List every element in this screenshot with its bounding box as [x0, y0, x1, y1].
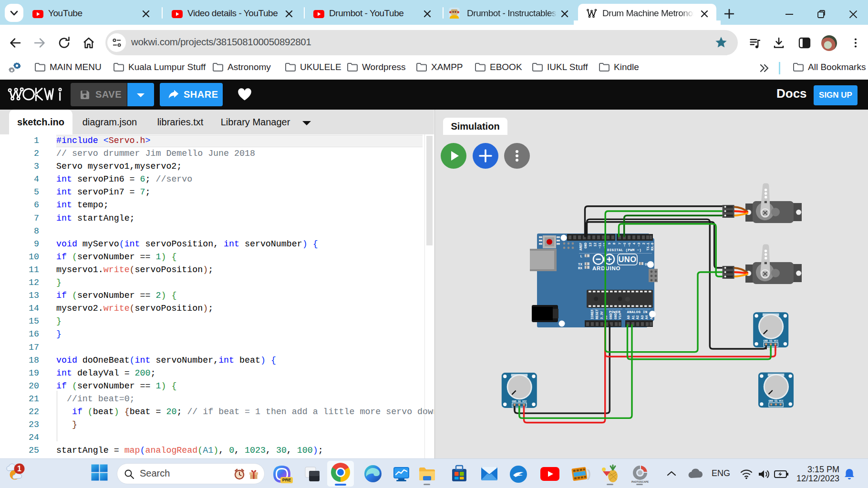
svg-text:8: 8 — [612, 243, 616, 244]
svg-text:PHOTOSCAPE: PHOTOSCAPE — [631, 480, 649, 483]
svg-text:ANALOG IN: ANALOG IN — [627, 310, 647, 314]
svg-text:13: 13 — [589, 243, 592, 246]
svg-text:Vin: Vin — [618, 313, 622, 319]
svg-text:3.3V: 3.3V — [600, 311, 604, 319]
svg-text:AREF: AREF — [579, 243, 583, 251]
svg-text:A2: A2 — [636, 315, 640, 319]
svg-text:4: 4 — [632, 243, 636, 244]
svg-text:~6: ~6 — [623, 243, 627, 246]
svg-text:RX: RX — [578, 266, 583, 270]
svg-text:1: 1 — [17, 465, 21, 473]
svg-text:RX←0: RX←0 — [651, 243, 654, 251]
svg-text:GND: GND — [609, 313, 613, 319]
svg-text:12: 12 — [593, 243, 597, 246]
svg-text:9: 9 — [608, 243, 611, 244]
svg-text:UNO: UNO — [618, 255, 636, 264]
svg-text:2: 2 — [642, 243, 646, 244]
svg-text:A5: A5 — [650, 315, 653, 319]
svg-text:A1: A1 — [631, 315, 635, 319]
svg-text:TX→1: TX→1 — [646, 243, 650, 251]
svg-text:A0: A0 — [627, 315, 630, 319]
svg-text:ON: ON — [645, 263, 649, 266]
svg-text:~11: ~11 — [598, 243, 602, 249]
svg-text:GND SG VCC: GND SG VCC — [764, 340, 778, 343]
svg-text:GND: GND — [584, 243, 588, 249]
svg-text:GND: GND — [614, 313, 618, 319]
svg-text:GND SG VCC: GND SG VCC — [512, 400, 527, 403]
svg-text:A3: A3 — [641, 315, 644, 319]
svg-text:~3: ~3 — [637, 243, 641, 246]
svg-text:RESET: RESET — [595, 309, 599, 319]
svg-text:ARDUINO: ARDUINO — [592, 265, 620, 271]
svg-text:7: 7 — [618, 243, 622, 244]
svg-text:GND SG VCC: GND SG VCC — [768, 400, 783, 403]
svg-text:L: L — [580, 254, 582, 258]
svg-text:IOREF: IOREF — [590, 309, 594, 319]
svg-text:~5: ~5 — [628, 243, 631, 246]
svg-text:DIGITAL (PWM ~): DIGITAL (PWM ~) — [607, 248, 641, 252]
svg-text:A4: A4 — [645, 315, 649, 319]
